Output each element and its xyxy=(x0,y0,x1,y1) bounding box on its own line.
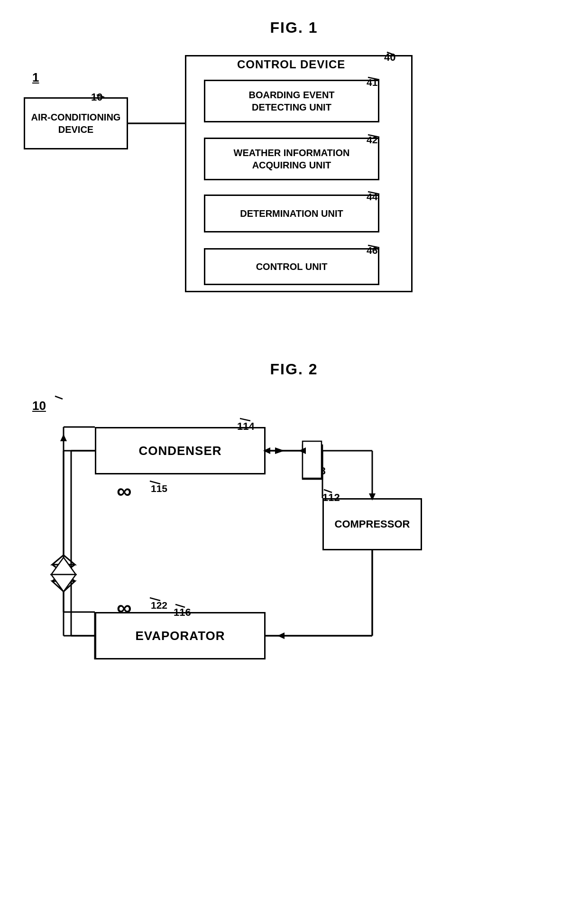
determination-unit-box: DETERMINATION UNIT xyxy=(204,195,379,232)
control-unit-label: CONTROL UNIT xyxy=(256,260,328,273)
svg-marker-27 xyxy=(52,555,75,565)
svg-marker-49 xyxy=(51,557,76,575)
label-122: 122 xyxy=(151,600,167,611)
weather-info-box: WEATHER INFORMATIONACQUIRING UNIT xyxy=(204,138,379,180)
control-unit-box: CONTROL UNIT xyxy=(204,248,379,285)
label-1: 1 xyxy=(32,70,39,85)
svg-line-25 xyxy=(52,565,75,581)
fan-symbol-115: ∞ xyxy=(117,479,131,503)
svg-marker-55 xyxy=(60,434,67,441)
compressor-box: COMPRESSOR xyxy=(322,498,422,550)
fan-symbol-122: ∞ xyxy=(117,596,131,620)
label-42: 42 xyxy=(367,134,377,146)
label-44: 44 xyxy=(367,191,377,203)
evaporator-label: EVAPORATOR xyxy=(135,629,225,643)
condenser-label: CONDENSER xyxy=(138,444,221,458)
svg-line-26 xyxy=(52,565,75,581)
label-112: 112 xyxy=(322,492,340,504)
fig2-title: FIG. 2 xyxy=(270,361,318,378)
label-116: 116 xyxy=(174,606,191,619)
svg-marker-54 xyxy=(277,632,285,639)
weather-info-label: WEATHER INFORMATIONACQUIRING UNIT xyxy=(234,147,350,171)
label-115: 115 xyxy=(151,483,167,494)
label-41: 41 xyxy=(367,77,377,88)
fig1-title: FIG. 1 xyxy=(270,19,318,37)
svg-marker-50 xyxy=(51,575,76,592)
label-118: 118 xyxy=(308,465,326,477)
svg-marker-39 xyxy=(299,447,306,454)
air-conditioning-device-box: AIR-CONDITIONINGDEVICE xyxy=(24,97,128,149)
determination-unit-label: DETERMINATION UNIT xyxy=(240,207,343,220)
compressor-label: COMPRESSOR xyxy=(335,518,410,531)
air-conditioning-device-label: AIR-CONDITIONINGDEVICE xyxy=(31,111,121,136)
boarding-event-box: BOARDING EVENTDETECTING UNIT xyxy=(204,80,379,122)
condenser-box: CONDENSER xyxy=(95,427,266,474)
label-46: 46 xyxy=(367,245,377,256)
label-10-fig2: 10 xyxy=(32,399,46,413)
label-114: 114 xyxy=(237,420,255,433)
svg-marker-17 xyxy=(275,447,285,454)
svg-marker-28 xyxy=(52,581,75,592)
label-40: 40 xyxy=(384,51,395,64)
control-device-title: CONTROL DEVICE xyxy=(237,58,345,71)
svg-line-7 xyxy=(55,396,63,399)
boarding-event-label: BOARDING EVENTDETECTING UNIT xyxy=(248,89,334,113)
